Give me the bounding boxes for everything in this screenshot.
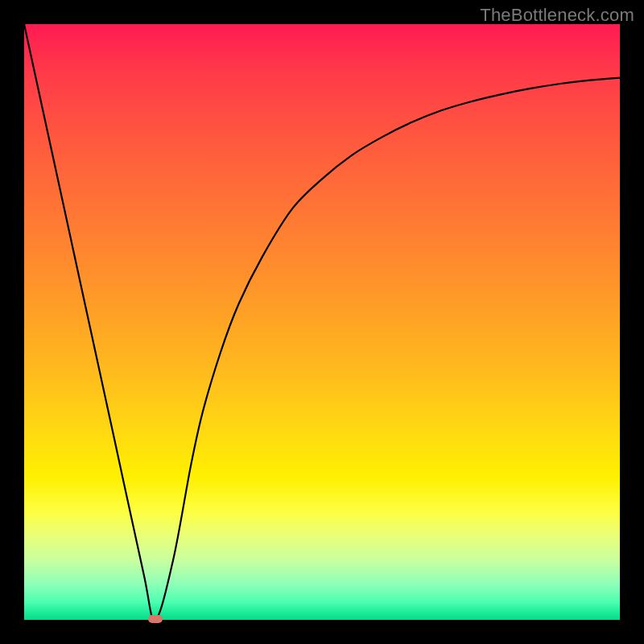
bottleneck-curve bbox=[24, 24, 620, 620]
plot-area bbox=[24, 24, 620, 620]
minimum-marker bbox=[148, 615, 163, 623]
chart-frame: TheBottleneck.com bbox=[0, 0, 644, 644]
watermark-text: TheBottleneck.com bbox=[480, 5, 634, 26]
